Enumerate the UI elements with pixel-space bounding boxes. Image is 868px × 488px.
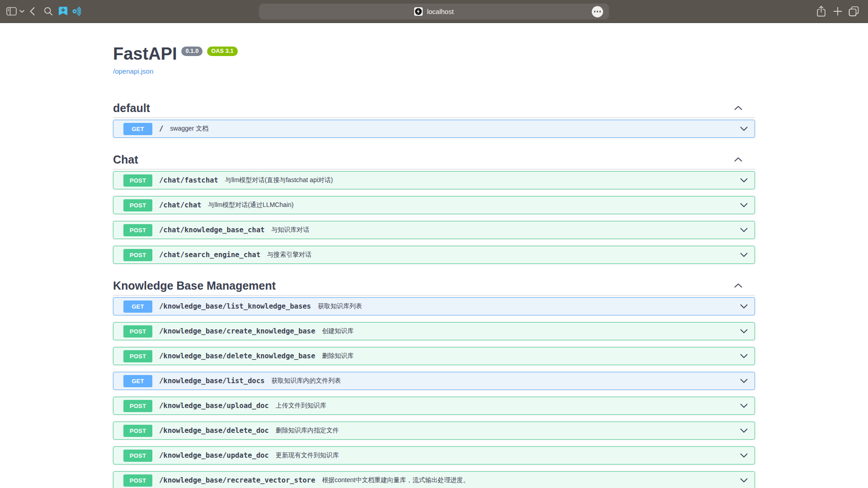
operation-path: /knowledge_base/update_doc [159,451,269,460]
operation-expand-button[interactable] [740,178,748,183]
method-badge: POST [123,249,152,261]
operation-row[interactable]: GET / swagger 文档 [113,120,755,138]
section-header[interactable]: default [113,101,755,118]
operation-summary: 删除知识库内指定文件 [276,427,339,435]
section-operations: GET / swagger 文档 [113,118,755,138]
site-favicon [414,7,423,16]
operation-summary: 创建知识库 [322,327,354,335]
chevron-down-icon [740,404,748,408]
method-badge: POST [123,325,152,338]
chevron-down-icon [740,178,748,183]
operation-expand-button[interactable] [740,404,748,408]
section-operations: POST /chat/fastchat 与llm模型对话(直接与fastchat… [113,169,755,264]
operation-row[interactable]: POST /chat/knowledge_base_chat 与知识库对话 [113,221,755,239]
chevron-up-icon [734,157,742,162]
operation-path: /knowledge_base/upload_doc [159,402,269,410]
section-header[interactable]: Chat [113,153,755,169]
method-badge: POST [123,350,152,362]
operation-row[interactable]: POST /knowledge_base/upload_doc 上传文件到知识库 [113,397,755,415]
operation-path: /knowledge_base/delete_doc [159,427,269,435]
operation-summary: 与知识库对话 [271,226,309,234]
operation-expand-button[interactable] [740,203,748,207]
operation-expand-button[interactable] [740,228,748,232]
section-header[interactable]: Knowledge Base Management [113,279,755,296]
operation-row[interactable]: POST /knowledge_base/create_knowledge_ba… [113,322,755,340]
operation-summary: 与llm模型对话(直接与fastchat api对话) [225,176,333,184]
operation-row[interactable]: GET /knowledge_base/list_docs 获取知识库内的文件列… [113,372,755,390]
operation-expand-button[interactable] [740,428,748,433]
operation-expand-button[interactable] [740,304,748,309]
chevron-up-icon [734,106,742,110]
method-badge: GET [123,300,152,313]
section-title: Chat [113,153,138,166]
operation-path: /knowledge_base/delete_knowledge_base [159,352,315,360]
operation-expand-button[interactable] [740,329,748,333]
method-badge: POST [123,174,152,187]
method-badge: POST [123,474,152,487]
operation-row[interactable]: POST /chat/search_engine_chat 与搜索引擎对话 [113,246,755,264]
section-title: default [113,101,150,115]
radar-star-extension-icon[interactable] [71,6,81,16]
chevron-down-icon [740,228,748,232]
section-title: Knowledge Base Management [113,279,276,292]
method-badge: POST [123,224,152,236]
operation-expand-button[interactable] [740,478,748,483]
operation-path: /knowledge_base/list_knowledge_bases [159,302,311,310]
operation-summary: 与搜索引擎对话 [267,251,311,259]
sidebar-icon[interactable] [6,7,17,16]
section-collapse-button[interactable] [734,105,755,112]
openapi-json-link[interactable]: /openapi.json [113,67,153,75]
oas-badge: OAS 3.1 [207,47,237,56]
operation-expand-button[interactable] [740,453,748,458]
operation-expand-button[interactable] [740,379,748,383]
download-bookmark-extension-icon[interactable] [58,6,68,16]
address-bar[interactable]: localhost [259,4,609,19]
operation-row[interactable]: POST /knowledge_base/delete_knowledge_ba… [113,347,755,365]
operation-row[interactable]: POST /knowledge_base/delete_doc 删除知识库内指定… [113,422,755,440]
chevron-down-icon [740,428,748,433]
operation-path: /knowledge_base/create_knowledge_base [159,327,315,335]
chevron-down-icon[interactable] [19,10,24,13]
operation-expand-button[interactable] [740,354,748,358]
method-badge: POST [123,425,152,437]
tab-overview-icon[interactable] [849,6,859,17]
back-icon[interactable] [30,7,35,16]
chevron-down-icon [740,329,748,333]
operation-summary: 根据content中文档重建向量库，流式输出处理进度。 [322,476,469,484]
new-tab-plus-icon[interactable] [833,7,842,16]
operation-path: /knowledge_base/list_docs [159,377,264,385]
browser-toolbar: localhost [0,0,868,23]
operation-expand-button[interactable] [740,253,748,257]
section-collapse-button[interactable] [734,282,755,289]
operation-row[interactable]: POST /knowledge_base/update_doc 更新现有文件到知… [113,446,755,465]
page-title: FastAPI [113,45,177,62]
search-icon[interactable] [44,7,53,16]
chevron-down-icon [740,379,748,383]
operation-summary: 更新现有文件到知识库 [276,451,339,460]
chevron-up-icon [734,283,742,288]
chevron-down-icon [740,203,748,207]
url-text: localhost [427,8,453,15]
section-collapse-button[interactable] [734,156,755,163]
method-badge: GET [123,375,152,387]
operation-row[interactable]: POST /chat/chat 与llm模型对话(通过LLMChain) [113,196,755,214]
chevron-down-icon [740,127,748,131]
operation-row[interactable]: POST /chat/fastchat 与llm模型对话(直接与fastchat… [113,171,755,189]
chevron-down-icon [740,478,748,483]
operation-row[interactable]: GET /knowledge_base/list_knowledge_bases… [113,297,755,315]
share-icon[interactable] [816,6,826,17]
operation-summary: 获取知识库内的文件列表 [271,377,341,385]
method-badge: POST [123,450,152,462]
operation-summary: swagger 文档 [170,125,208,133]
api-sections: default GET / swagger 文档 Chat [113,75,755,488]
chevron-down-icon [740,304,748,309]
operation-expand-button[interactable] [740,127,748,131]
method-badge: POST [123,400,152,412]
operation-path: / [159,125,163,133]
api-info: FastAPI 0.1.0 OAS 3.1 /openapi.json [113,23,755,75]
operation-row[interactable]: POST /knowledge_base/recreate_vector_sto… [113,471,755,488]
page-settings-button[interactable] [592,6,603,17]
operation-summary: 上传文件到知识库 [276,402,326,410]
operation-path: /chat/search_engine_chat [159,251,260,259]
chevron-down-icon [740,253,748,257]
